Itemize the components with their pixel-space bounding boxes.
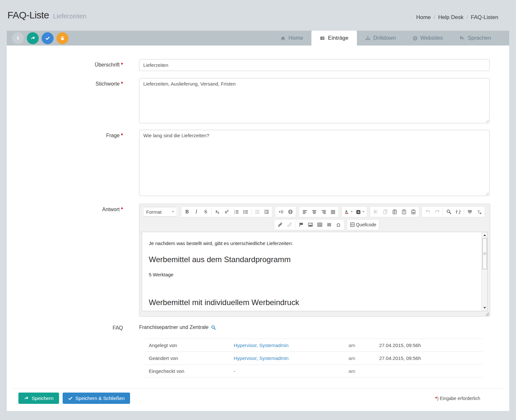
- answer-heading-1: Werbemittel aus dem Standardprogramm: [149, 255, 478, 264]
- indent-icon[interactable]: [262, 207, 271, 216]
- source-button[interactable]: Quellcode: [348, 220, 378, 229]
- redo-icon[interactable]: [432, 207, 442, 216]
- italic-icon[interactable]: I: [192, 207, 201, 216]
- editor-content[interactable]: Je nachdem was bestellt wird, gibt es un…: [142, 232, 481, 311]
- tab-bar: Home Einträge Drilldown: [272, 31, 500, 46]
- antwort-label: Antwort*: [7, 204, 139, 317]
- find-icon[interactable]: [444, 207, 453, 216]
- align-group: [299, 206, 339, 217]
- action-buttons: [12, 32, 68, 44]
- remove-format-icon[interactable]: T: [474, 207, 484, 216]
- faq-form: Überschrift* Stichworte* Lieferzeiten, A…: [7, 46, 509, 377]
- tab-label: Websites: [420, 35, 443, 41]
- align-left-icon[interactable]: [300, 207, 309, 216]
- link-icon[interactable]: [275, 220, 285, 229]
- format-dropdown[interactable]: Format: [143, 207, 177, 217]
- undo-icon[interactable]: [423, 207, 432, 216]
- source-button-label: Quellcode: [356, 222, 376, 227]
- select-all-icon[interactable]: [465, 207, 474, 216]
- format-group: Format: [142, 206, 178, 217]
- page-subtitle: Lieferzeiten: [53, 13, 86, 20]
- tab-drilldown[interactable]: Drilldown: [357, 31, 404, 46]
- form-row-stichworte: Stichworte* Lieferzeiten, Auslieferung, …: [7, 78, 490, 123]
- breadcrumb: Home/Help Desk/FAQ-Listen: [416, 14, 498, 21]
- editor-toolbar-row2: Ω Quellcode: [274, 218, 488, 231]
- blockquote-icon[interactable]: [276, 207, 286, 216]
- meta-user-link[interactable]: Hypervisor, Systemadmin: [234, 343, 349, 348]
- table-icon[interactable]: [315, 220, 324, 229]
- faq-category-value: Franchisepartner und Zentrale: [139, 324, 208, 330]
- faq-search-icon[interactable]: [211, 325, 216, 330]
- language-globe-icon[interactable]: [286, 207, 295, 216]
- align-justify-icon[interactable]: [328, 207, 338, 216]
- align-center-icon[interactable]: [309, 207, 319, 216]
- richtext-editor: Format B I S x2: [139, 204, 490, 317]
- required-marker: *: [121, 133, 123, 138]
- table-row: Angelegt von Hypervisor, Systemadmin am …: [144, 339, 482, 352]
- tab-label: Einträge: [328, 35, 348, 41]
- meta-user-link[interactable]: Hypervisor, Systemadmin: [234, 355, 349, 361]
- stichworte-label: Stichworte*: [7, 78, 139, 123]
- subscript-icon[interactable]: x2: [213, 207, 222, 216]
- blocks-group: [275, 206, 296, 217]
- unlock-button[interactable]: [56, 32, 68, 44]
- background-color-icon[interactable]: A: [354, 207, 366, 216]
- meta-label: Angelegt von: [149, 343, 234, 348]
- paste-plain-text-icon[interactable]: T: [399, 207, 409, 216]
- save-and-close-button[interactable]: Speichern & Schließen: [63, 393, 130, 404]
- paste-from-word-icon[interactable]: W: [409, 207, 418, 216]
- answer-text-1: 5 Werktage: [149, 272, 478, 277]
- scrollbar-down-arrow[interactable]: [482, 305, 487, 310]
- insert-group: Ω: [274, 219, 344, 230]
- clipboard-group: T W: [370, 206, 419, 217]
- stichworte-textarea[interactable]: Lieferzeiten, Auslieferung, Versand, Fri…: [139, 78, 490, 123]
- anchor-flag-icon[interactable]: [296, 220, 306, 229]
- text-color-icon[interactable]: A: [343, 207, 354, 216]
- check-icon: [45, 36, 50, 41]
- breadcrumb-item-faq-listen[interactable]: FAQ-Listen: [471, 14, 498, 20]
- form-row-antwort: Antwort* Format: [7, 204, 490, 317]
- svg-text:T: T: [477, 210, 480, 214]
- ueberschrift-input[interactable]: [139, 59, 490, 71]
- numbered-list-icon[interactable]: 12: [231, 207, 241, 216]
- scrollbar-thumb[interactable]: [482, 238, 487, 269]
- editor-scrollbar[interactable]: [481, 232, 487, 311]
- copy-icon[interactable]: [380, 207, 390, 216]
- special-character-icon[interactable]: Ω: [334, 220, 343, 229]
- tab-home[interactable]: Home: [272, 31, 311, 46]
- cut-icon[interactable]: [371, 207, 380, 216]
- frage-textarea[interactable]: Wie lang sind die Lieferzeiten?: [139, 130, 490, 196]
- svg-text:2: 2: [234, 212, 235, 214]
- tab-websites[interactable]: Websites: [404, 31, 451, 46]
- bulleted-list-icon[interactable]: [241, 207, 250, 216]
- tab-eintraege[interactable]: Einträge: [311, 31, 357, 46]
- back-button[interactable]: [12, 32, 24, 44]
- save-arrow-icon: [30, 36, 35, 41]
- editor-resize-handle-icon[interactable]: [485, 312, 489, 316]
- outdent-icon[interactable]: [252, 207, 262, 216]
- unlink-icon[interactable]: [285, 220, 294, 229]
- page: FAQ-Liste Lieferzeiten Home/Help Desk/FA…: [0, 0, 516, 411]
- save-circle-button[interactable]: [27, 32, 39, 44]
- language-icon: Aa: [460, 36, 465, 41]
- bold-icon[interactable]: B: [182, 207, 192, 216]
- strikethrough-icon[interactable]: S: [201, 207, 210, 216]
- replace-icon[interactable]: ba: [453, 207, 463, 216]
- image-icon[interactable]: [306, 220, 315, 229]
- save-close-circle-button[interactable]: [42, 32, 54, 44]
- meta-value: -: [234, 368, 349, 374]
- format-dropdown-label: Format: [146, 209, 162, 215]
- superscript-icon[interactable]: x2: [222, 207, 231, 216]
- breadcrumb-item-helpdesk[interactable]: Help Desk: [438, 14, 463, 20]
- align-right-icon[interactable]: [319, 207, 328, 216]
- tools-group: ba T: [422, 206, 485, 217]
- scrollbar-up-arrow[interactable]: [482, 233, 487, 238]
- faq-label: FAQ: [7, 324, 139, 377]
- tab-sprachen[interactable]: Aa Sprachen: [451, 31, 500, 46]
- paste-icon[interactable]: [390, 207, 399, 216]
- horizontal-rule-icon[interactable]: [324, 220, 334, 229]
- breadcrumb-item-home[interactable]: Home: [416, 14, 431, 20]
- meta-am-label: am: [349, 355, 379, 361]
- save-arrow-icon: [24, 396, 29, 401]
- save-button[interactable]: Speichern: [18, 393, 59, 404]
